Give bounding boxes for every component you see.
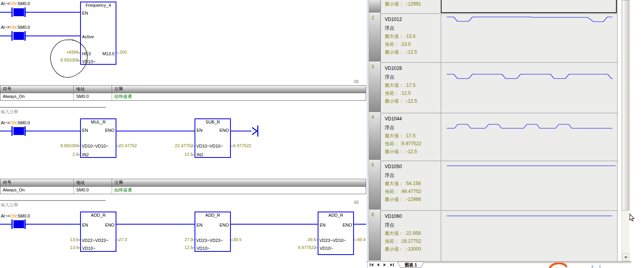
contact-power-flow[interactable] xyxy=(13,127,24,135)
row-info-cell[interactable]: VD1060 浮点 最大值： :22.958 当前： :18.27752 最小值… xyxy=(381,210,441,261)
operand-text[interactable]: VD10~VD10~ xyxy=(196,144,230,148)
microwin-app: Al~=ON:SM0.0 Al~=ON:SM0.0 Frequency_4 EN… xyxy=(0,0,644,268)
tab-last-button[interactable] xyxy=(390,263,394,266)
selected-chart-outline xyxy=(441,0,617,13)
row-header[interactable]: 3 xyxy=(369,62,381,113)
status-value: 2#0 xyxy=(120,50,127,54)
tab-next-button[interactable] xyxy=(384,263,386,266)
mul-r-block[interactable]: MUL_R EN ENO VD10~VD10~ IN2 xyxy=(80,118,116,158)
arrow-left-icon xyxy=(377,263,379,266)
row-chart-cell[interactable] xyxy=(441,161,618,210)
row-header[interactable] xyxy=(369,0,381,13)
operand-text[interactable]: VD23~VD10~ xyxy=(319,238,353,243)
status-value: 8.991009 xyxy=(50,143,79,148)
network-separator xyxy=(0,107,106,108)
pin-connector xyxy=(77,247,80,248)
block-title: SUB_R xyxy=(195,120,230,124)
contact-power-flow[interactable] xyxy=(13,220,24,228)
row-chart-cell[interactable] xyxy=(441,113,618,161)
block-title: ADD_R xyxy=(195,213,230,217)
status-value: 9.977522 xyxy=(233,143,251,148)
contact-bar xyxy=(11,7,13,17)
sub-r-block[interactable]: SUB_R EN ENO VD10~VD10~ IN2 xyxy=(195,118,231,158)
add-r-block-3[interactable]: ADD_R EN ENO VD23~VD10~ VD10~ xyxy=(318,212,354,255)
add-r-block-1[interactable]: ADD_R EN ENO VD22~VD23~ VD10~ xyxy=(80,212,116,252)
row-info-cell[interactable]: 最小值： :-12991 xyxy=(381,0,441,13)
wire xyxy=(116,224,195,225)
row-header[interactable]: 5 xyxy=(369,161,381,210)
tab-first-button[interactable] xyxy=(370,263,373,266)
contact-power-flow[interactable] xyxy=(13,8,24,16)
arrow-right-icon xyxy=(384,263,386,266)
status-value: 9.977522 xyxy=(288,245,316,250)
row-chart-cell[interactable] xyxy=(441,0,618,13)
arrow-left-icon xyxy=(371,263,373,266)
hand-drawn-circle-annotation xyxy=(49,38,94,79)
wire xyxy=(231,131,251,131)
row-chart-cell[interactable] xyxy=(441,210,618,261)
pin-connector xyxy=(192,146,195,146)
symbol-table-header: 符号 地址 注释 xyxy=(0,86,366,93)
pin-connector xyxy=(354,240,357,240)
contact-power-flow[interactable] xyxy=(13,32,24,40)
operand-text[interactable]: VD22~VD23~ xyxy=(82,238,116,243)
symbol-table-row: Always_On SM0.0 始终接通 xyxy=(0,93,366,100)
input-comment-label[interactable]: 输入注释 xyxy=(1,109,18,115)
trend-line xyxy=(441,211,617,261)
row-info-cell[interactable]: VD1028 浮点 最大值： :17.5 当前： :12.5 最小值： :-12… xyxy=(381,62,441,113)
operand-text[interactable]: VD10~ xyxy=(197,246,210,251)
contact-label: Al~=ON:SM0.0 xyxy=(1,25,30,30)
chevron-down-icon xyxy=(624,257,627,259)
status-value: 49.47752 xyxy=(357,237,366,242)
scrollbar-thumb[interactable] xyxy=(622,0,629,210)
tab-chart1[interactable]: 图表 1 xyxy=(397,262,425,268)
row-chart-cell[interactable] xyxy=(441,13,618,62)
status-value: 22.47752 xyxy=(119,143,137,148)
pin-connector xyxy=(77,146,80,146)
status-value: 27.0 xyxy=(119,237,127,242)
pin-m13[interactable]: M13.0 xyxy=(102,51,114,56)
trend-line xyxy=(441,113,617,161)
pin-connector xyxy=(116,240,119,240)
vertical-scrollbar[interactable] xyxy=(622,0,629,261)
wire xyxy=(26,36,80,36)
wire xyxy=(0,131,11,131)
row-info-cell[interactable]: VD1012 浮点 最大值： :13.5 当前： :13.5 最小值： :-12… xyxy=(381,13,441,62)
row-info-cell[interactable]: VD1050 浮点 最大值： :54.158 当前： :49.47752 最小值… xyxy=(381,161,441,210)
status-value: 13.5 xyxy=(50,237,79,242)
tab-label: 图表 1 xyxy=(397,262,425,268)
add-r-block-2[interactable]: ADD_R EN ENO VD23~VD23~ VD10~ xyxy=(195,212,231,252)
pane-bottom-edge xyxy=(424,262,631,263)
status-value: 13.5 xyxy=(50,245,79,250)
row-info-cell[interactable]: VD1044 浮点 最大值： :17.5 当前： :9.977522 最小值： … xyxy=(381,113,441,161)
operand-text[interactable]: VD23~VD23~ xyxy=(196,238,230,243)
splitter-grip[interactable] xyxy=(354,201,359,204)
tab-prev-button[interactable] xyxy=(377,263,379,266)
pin-connector xyxy=(77,154,80,155)
row-chart-cell[interactable] xyxy=(441,62,618,113)
status-value: 39.5 xyxy=(288,237,316,242)
symbol-table: 符号 地址 注释 Always_On SM0.0 始终接通 xyxy=(0,179,366,194)
row-header[interactable]: 6 xyxy=(369,210,381,261)
contact-label: Al~=ON:SM0.0 xyxy=(1,120,30,125)
splitter-grip[interactable] xyxy=(354,80,359,83)
network-separator xyxy=(0,200,106,201)
row-header[interactable]: 2 xyxy=(369,13,381,62)
pin-connector xyxy=(231,240,234,240)
col-symbol: 符号 xyxy=(0,86,74,93)
symbol-table-header: 符号 地址 注释 xyxy=(0,179,366,187)
input-comment-label[interactable]: 输入注释 xyxy=(1,202,18,208)
operand-text[interactable]: VD10~VD10~ xyxy=(82,144,116,148)
operand-text[interactable]: VD10~ xyxy=(320,246,333,251)
contact-label: Al~=ON:SM0.0 xyxy=(1,214,30,218)
row-header[interactable]: 4 xyxy=(369,113,381,161)
status-value: 22.47752 xyxy=(165,143,193,148)
trend-line xyxy=(441,161,617,210)
var-name: VD1028 xyxy=(385,66,402,71)
pin-connector xyxy=(192,240,195,240)
scrollbar-down-button[interactable] xyxy=(622,253,629,261)
ladder-editor[interactable]: Al~=ON:SM0.0 Al~=ON:SM0.0 Frequency_4 EN… xyxy=(0,0,366,268)
symbol-table: 符号 地址 注释 Always_On SM0.0 始终接通 xyxy=(0,85,366,101)
symbol-table-row: Always_On SM0.0 始终接通 xyxy=(0,187,366,194)
operand-text[interactable]: VD10~ xyxy=(82,246,95,251)
